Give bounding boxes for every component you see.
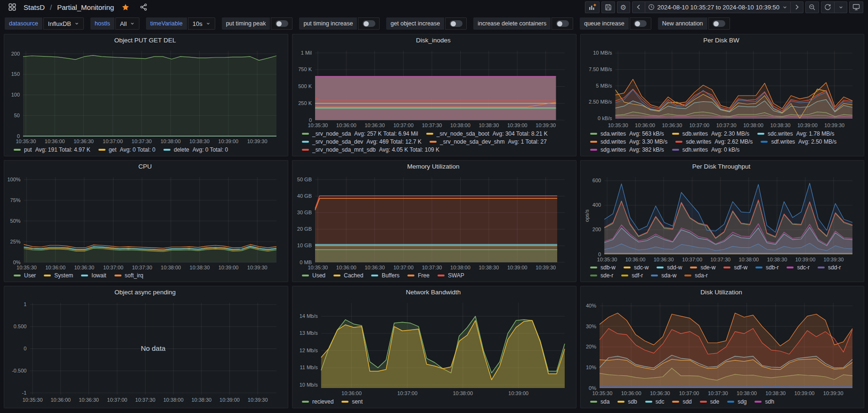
variable-value-dropdown[interactable]: 10s xyxy=(188,17,215,30)
chart-plot[interactable]: 0 kB/s2.50 MB/s5 MB/s7.50 MB/s10 MB/s10:… xyxy=(584,47,859,130)
panel-title[interactable]: Object PUT GET DEL xyxy=(7,37,283,47)
legend-item-Used[interactable]: Used xyxy=(302,272,325,279)
legend-item-Cached[interactable]: Cached xyxy=(333,272,363,279)
legend-item-sda[interactable]: sda xyxy=(590,398,609,405)
legend-item-sdd-r[interactable]: sdd-r xyxy=(818,264,841,271)
svg-text:500 K: 500 K xyxy=(298,83,312,89)
svg-text:0%: 0% xyxy=(589,385,596,391)
dashboard-settings-button[interactable]: ⚙ xyxy=(617,1,630,13)
legend-item-sdc.writes[interactable]: sdc.writesAvg: 1.78 MB/s xyxy=(757,130,835,137)
save-dashboard-button[interactable] xyxy=(601,1,615,13)
share-icon[interactable] xyxy=(137,1,150,13)
kiosk-mode-button[interactable] xyxy=(849,1,863,13)
favorite-star-icon[interactable] xyxy=(119,1,132,13)
legend-item-sdf-r[interactable]: sdf-r xyxy=(621,272,643,279)
legend-item-sdb[interactable]: sdb xyxy=(617,398,637,405)
grid-menu-icon[interactable] xyxy=(6,1,19,13)
legend-item-sdf.writes[interactable]: sdf.writesAvg: 2.50 MB/s xyxy=(761,138,836,145)
chart-plot[interactable]: -1-0.50000.500110:35:3010:36:0010:36:301… xyxy=(7,299,283,404)
refresh-button[interactable] xyxy=(821,1,835,13)
legend-item-soft_irq[interactable]: soft_irq xyxy=(114,272,143,279)
legend-item-get[interactable]: getAvg: 0 Total: 0 xyxy=(98,146,155,153)
legend-item-sdg.writes[interactable]: sdg.writesAvg: 382 kB/s xyxy=(590,146,664,153)
add-panel-button[interactable] xyxy=(585,1,600,13)
svg-text:50: 50 xyxy=(14,113,20,118)
toggle-switch[interactable] xyxy=(445,17,467,30)
legend-item-sde[interactable]: sde xyxy=(700,398,719,405)
legend-item-System[interactable]: System xyxy=(44,272,73,279)
legend-item-Free[interactable]: Free xyxy=(407,272,430,279)
legend-item-sent[interactable]: sent xyxy=(341,398,363,405)
refresh-interval-dropdown[interactable] xyxy=(834,1,847,13)
legend-item-sda-w[interactable]: sda-w xyxy=(651,272,676,279)
legend-item-sdb.writes[interactable]: sdb.writesAvg: 2.30 MB/s xyxy=(672,130,749,137)
legend-item-sdc-r[interactable]: sdc-r xyxy=(787,264,810,271)
panel-network-bandwidth: Network Bandwidth 10 Mb/s11 Mb/s12 Mb/s1… xyxy=(292,286,576,408)
panel-title[interactable]: Network Bandwidth xyxy=(295,289,571,299)
legend-item-SWAP[interactable]: SWAP xyxy=(438,272,464,279)
chart-plot[interactable]: 0%25%50%75%100%10:35:3010:36:0010:36:301… xyxy=(7,173,283,272)
variable-value-dropdown[interactable]: InfluxDB xyxy=(43,17,84,30)
legend-item-sda.writes[interactable]: sda.writesAvg: 563 kB/s xyxy=(590,130,664,137)
legend-item-sdb-r[interactable]: sdb-r xyxy=(755,264,779,271)
legend-item-sdd-w[interactable]: sdd-w xyxy=(657,264,682,271)
legend-item-User[interactable]: User xyxy=(14,272,36,279)
panel-title[interactable]: Memory Utilization xyxy=(295,163,571,173)
chart-plot[interactable]: 05010015020010:35:3010:36:0010:36:3010:3… xyxy=(7,47,283,146)
time-range-picker[interactable]: 2024-08-10 10:35:27 to 2024-08-10 10:39:… xyxy=(645,1,791,13)
chart-plot[interactable]: 0%10%20%30%40%10:35:3010:36:0010:36:3010… xyxy=(584,299,859,397)
legend-series-stats: Avg: 4.05 K Total: 109 K xyxy=(379,146,439,153)
legend-item-Buffers[interactable]: Buffers xyxy=(371,272,399,279)
legend-item-_srv_node_sda_mnt_sdb[interactable]: _srv_node_sda_mnt_sdbAvg: 4.05 K Total: … xyxy=(302,146,439,153)
legend-item-Iowait[interactable]: Iowait xyxy=(81,272,106,279)
chart-plot[interactable]: 020040060010:35:3010:36:0010:36:3010:37:… xyxy=(584,173,859,264)
toggle-switch[interactable] xyxy=(552,17,573,30)
chart-plot[interactable]: 0250 K500 K750 K1 Mil10:35:3010:36:0010:… xyxy=(295,47,571,130)
legend-item-sde-r[interactable]: sde-r xyxy=(590,272,613,279)
legend-item-sde-w[interactable]: sde-w xyxy=(690,264,715,271)
variable-value-dropdown[interactable]: All xyxy=(115,17,139,30)
legend-item-sdh[interactable]: sdh xyxy=(754,398,774,405)
chart-plot[interactable]: 0 MB10 GB20 GB30 GB40 GB50 GB10:35:3010:… xyxy=(295,173,571,272)
legend-item-sde.writes[interactable]: sde.writesAvg: 2.62 MB/s xyxy=(675,138,753,145)
toggle-switch[interactable] xyxy=(271,17,292,30)
svg-text:10:37:30: 10:37:30 xyxy=(710,257,730,262)
legend-item-sdd[interactable]: sdd xyxy=(672,398,691,405)
series-area-put xyxy=(23,56,276,136)
panel-title[interactable]: Per Disk Throughput xyxy=(584,163,859,173)
zoom-out-button[interactable] xyxy=(805,1,819,13)
legend-item-put[interactable]: putAvg: 191 Total: 4.97 K xyxy=(14,146,90,153)
chevron-down-icon xyxy=(206,21,211,26)
legend-item-sdh.writes[interactable]: sdh.writesAvg: 0 kB/s xyxy=(672,146,740,153)
panel-title[interactable]: Disk Utilization xyxy=(584,289,859,299)
legend-item-_srv_node_sda[interactable]: _srv_node_sdaAvg: 257 K Total: 6.94 Mil xyxy=(302,130,418,137)
legend-item-_srv_node_sda_dev_shm[interactable]: _srv_node_sda_dev_shmAvg: 1 Total: 27 xyxy=(430,138,547,145)
panel-title[interactable]: Object async pending xyxy=(7,289,283,299)
legend-item-recieved[interactable]: recieved xyxy=(302,398,333,405)
svg-text:10:35:30: 10:35:30 xyxy=(308,122,328,128)
legend-item-_srv_node_sda_dev[interactable]: _srv_node_sda_devAvg: 469 Total: 12.7 K xyxy=(302,138,422,145)
toggle-switch[interactable] xyxy=(630,17,651,30)
legend-item-delete[interactable]: deleteAvg: 0 Total: 0 xyxy=(163,146,228,153)
legend-item-sdc-w[interactable]: sdc-w xyxy=(624,264,649,271)
legend-item-sdd.writes[interactable]: sdd.writesAvg: 3.30 MB/s xyxy=(590,138,667,145)
toggle-switch[interactable] xyxy=(708,17,730,30)
legend-item-sda-r[interactable]: sda-r xyxy=(684,272,707,279)
dashboard-controls-toolbar: datasource InfluxDB hostls All timeVaria… xyxy=(0,14,868,33)
legend-item-sdf-w[interactable]: sdf-w xyxy=(723,264,747,271)
toggle-switch[interactable] xyxy=(358,17,380,30)
panel-title[interactable]: Per Disk BW xyxy=(584,37,859,47)
svg-text:10:39:30: 10:39:30 xyxy=(247,265,268,270)
legend-item-sdb-w[interactable]: sdb-w xyxy=(590,264,616,271)
time-range-forward-button[interactable] xyxy=(790,1,803,13)
breadcrumb-page-title[interactable]: Partial_Monitoring xyxy=(57,3,114,11)
panel-title[interactable]: Disk_inodes xyxy=(295,37,571,47)
time-range-back-button[interactable] xyxy=(632,1,645,13)
panel-title[interactable]: CPU xyxy=(7,163,283,173)
legend-item-sdc[interactable]: sdc xyxy=(645,398,665,405)
svg-text:10:39:00: 10:39:00 xyxy=(795,390,815,396)
legend-item-sdg[interactable]: sdg xyxy=(727,398,746,405)
breadcrumb-root[interactable]: StatsD xyxy=(24,3,45,11)
legend-item-_srv_node_sda_boot[interactable]: _srv_node_sda_bootAvg: 304 Total: 8.21 K xyxy=(426,130,548,137)
chart-plot[interactable]: 10 Mb/s11 Mb/s12 Mb/s13 Mb/s14 Mb/s10:36… xyxy=(295,299,571,397)
